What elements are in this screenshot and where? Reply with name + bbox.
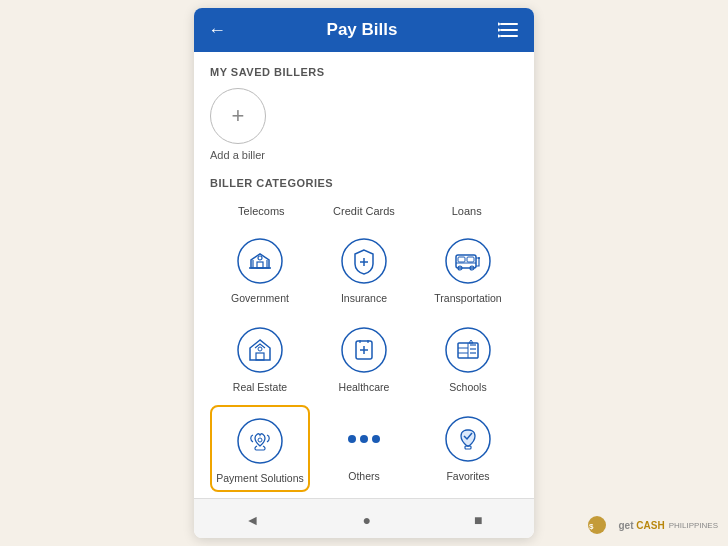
svg-point-12	[446, 239, 490, 283]
svg-rect-7	[257, 262, 263, 268]
saved-billers-label: MY SAVED BILLERS	[210, 66, 518, 78]
svg-point-3	[498, 23, 500, 26]
svg-point-4	[498, 29, 500, 32]
category-healthcare[interactable]: Healthcare	[314, 316, 414, 399]
page-title: Pay Bills	[327, 20, 398, 40]
header: ← Pay Bills	[194, 8, 534, 52]
favorites-icon	[442, 413, 494, 465]
content-area: MY SAVED BILLERS + Add a biller BILLER C…	[194, 52, 534, 498]
category-insurance[interactable]: Insurance	[314, 227, 414, 310]
government-icon	[234, 235, 286, 287]
back-button[interactable]: ←	[208, 20, 226, 41]
category-loans[interactable]: Loans	[415, 199, 518, 223]
category-others[interactable]: Others	[314, 405, 414, 492]
nav-bar: ◄ ● ■	[194, 498, 534, 538]
payment-solutions-icon	[234, 415, 286, 467]
svg-rect-0	[500, 23, 518, 25]
svg-rect-1	[500, 29, 518, 31]
svg-point-19	[478, 257, 480, 259]
svg-rect-14	[458, 257, 465, 262]
category-schools[interactable]: Schools	[418, 316, 518, 399]
svg-rect-15	[467, 257, 474, 262]
add-biller-button[interactable]: +	[210, 88, 266, 144]
nav-stop-button[interactable]: ■	[466, 510, 490, 530]
svg-point-6	[238, 239, 282, 283]
category-transportation[interactable]: Transportation	[418, 227, 518, 310]
add-biller-section: + Add a biller	[210, 88, 518, 161]
svg-point-33	[258, 438, 262, 442]
biller-categories-label: BILLER CATEGORIES	[210, 177, 518, 189]
nav-home-button[interactable]: ●	[354, 510, 378, 530]
svg-point-5	[498, 35, 500, 38]
phone-container: ← Pay Bills MY SAVED BILLERS + Add a bil…	[194, 8, 534, 538]
category-payment-solutions[interactable]: Payment Solutions	[210, 405, 310, 492]
category-government[interactable]: Government	[210, 227, 310, 310]
others-icon	[338, 413, 390, 465]
schools-icon	[442, 324, 494, 376]
healthcare-icon	[338, 324, 390, 376]
svg-point-20	[238, 328, 282, 372]
svg-point-32	[238, 419, 282, 463]
category-real-estate[interactable]: Real Estate	[210, 316, 310, 399]
real-estate-icon	[234, 324, 286, 376]
svg-point-22	[258, 347, 262, 351]
svg-rect-35	[465, 446, 471, 449]
svg-text:$: $	[589, 522, 594, 531]
top-row: Telecoms Credit Cards Loans	[210, 199, 518, 223]
svg-rect-21	[256, 353, 264, 360]
svg-point-8	[258, 256, 262, 260]
category-telecoms[interactable]: Telecoms	[210, 199, 313, 223]
nav-back-button[interactable]: ◄	[238, 510, 268, 530]
category-credit-cards[interactable]: Credit Cards	[313, 199, 416, 223]
add-biller-label: Add a biller	[210, 149, 265, 161]
menu-button[interactable]	[498, 21, 520, 39]
watermark: $ get CASH PHILIPPINES	[587, 514, 718, 536]
category-favorites[interactable]: Favorites	[418, 405, 518, 492]
svg-rect-2	[500, 35, 518, 37]
categories-grid: Government Insurance	[210, 227, 518, 492]
transportation-icon	[442, 235, 494, 287]
insurance-icon	[338, 235, 390, 287]
